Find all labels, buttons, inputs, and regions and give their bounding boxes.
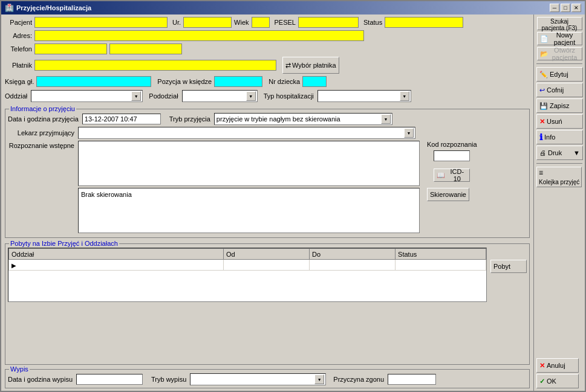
druk-arrow: ▼ bbox=[573, 149, 580, 156]
lekarz-label: Lekarz przyjmujący bbox=[8, 129, 74, 137]
przyczyna-label: Przyczyna zgonu bbox=[333, 376, 384, 383]
close-button[interactable]: ✕ bbox=[571, 4, 581, 12]
wypis-section: Wypis Data i godzina wypisu Tryb wypisu … bbox=[5, 369, 530, 388]
rozp-row: Rozpoznanie wstępne Kod rozpoznania 📖 IC… bbox=[8, 141, 527, 186]
pododzial-dropdown-container[interactable] bbox=[182, 90, 258, 102]
wybor-platnika-button[interactable]: ⇄ Wybór płatnika bbox=[282, 57, 339, 74]
col-status: Status bbox=[396, 249, 486, 260]
kolejka-button[interactable]: ≡ Kolejka przyjęć bbox=[536, 167, 582, 187]
tryb-dropdown-container[interactable]: przyjęcie w trybie nagłym bez skierowani… bbox=[214, 113, 392, 125]
col-oddzial: Oddział bbox=[9, 249, 224, 260]
kod-rozp-section: Kod rozpoznania 📖 ICD-10 bbox=[427, 141, 477, 182]
wybor-platnika-label: Wybór płatnika bbox=[292, 62, 336, 69]
przyczyna-input[interactable] bbox=[388, 374, 436, 385]
szukaj-button[interactable]: Szukaj pacjenta (F3) bbox=[537, 17, 582, 30]
left-panel: Pacjent Ur. Wiek PESEL Status Adres: bbox=[1, 14, 533, 391]
patient-fields: Pacjent Ur. Wiek PESEL Status Adres: bbox=[5, 17, 530, 88]
oddzial-select[interactable] bbox=[31, 90, 143, 102]
skierowanie-text: Brak skierowania bbox=[81, 191, 132, 198]
spacer bbox=[536, 189, 582, 356]
ok-label: OK bbox=[547, 378, 556, 385]
usun-button[interactable]: ✕ Usuń bbox=[536, 114, 583, 129]
info-button[interactable]: ℹ Info bbox=[536, 130, 583, 144]
otwórz-pacjent-button[interactable]: 📂 Otwórz pacjenta bbox=[537, 47, 582, 60]
pododzial-select[interactable] bbox=[182, 90, 258, 102]
rozp-textarea[interactable] bbox=[78, 141, 420, 186]
cofnij-label: Cofnij bbox=[547, 86, 564, 94]
action-buttons: ✏️ Edytuj ↩ Cofnij 💾 Zapisz ✕ Usuń ℹ bbox=[536, 67, 582, 160]
nowy-pacjent-button[interactable]: 📄 Nowy pacjent bbox=[537, 32, 582, 45]
ksiega-input[interactable] bbox=[36, 76, 151, 87]
anuluj-button[interactable]: ✕ Anuluj bbox=[536, 358, 579, 373]
pesel-label: PESEL bbox=[275, 19, 296, 26]
info-icon: ℹ bbox=[539, 132, 542, 142]
adres-label: Adres: bbox=[5, 32, 32, 39]
tryb-wypisu-container[interactable] bbox=[190, 373, 326, 385]
pacjent-label: Pacjent bbox=[5, 19, 32, 26]
restore-button[interactable]: □ bbox=[561, 4, 570, 12]
print-icon: 🖨 bbox=[539, 149, 546, 156]
patient-row1: Pacjent Ur. Wiek PESEL Status bbox=[5, 17, 530, 28]
window-icon: 🏥 bbox=[5, 4, 14, 12]
telefon-input2[interactable] bbox=[109, 43, 182, 54]
pobyt-button[interactable]: Pobyt bbox=[490, 260, 527, 273]
row-status bbox=[396, 260, 486, 271]
delete-icon: ✕ bbox=[539, 118, 545, 126]
ok-button[interactable]: ✓ OK bbox=[536, 374, 579, 388]
kod-rozp-input[interactable] bbox=[434, 150, 470, 161]
typ-hosp-dropdown-container[interactable] bbox=[317, 90, 411, 102]
pacjent-input[interactable] bbox=[34, 17, 168, 28]
skierowanie-button[interactable]: Skierowanie bbox=[427, 188, 469, 201]
status-label: Status bbox=[363, 19, 382, 26]
cancel-icon: ✕ bbox=[539, 362, 545, 370]
wiek-input[interactable] bbox=[252, 17, 270, 28]
data-wypisu-label: Data i godzina wypisu bbox=[8, 376, 73, 383]
open-doc-icon: 📂 bbox=[540, 50, 549, 58]
ksiega-label: Księga gł. bbox=[5, 78, 34, 85]
platnik-input[interactable] bbox=[34, 60, 276, 71]
icd-button[interactable]: 📖 ICD-10 bbox=[434, 169, 470, 182]
typ-hosp-select[interactable] bbox=[317, 90, 411, 102]
kolejka-label: Kolejka przyjęć bbox=[539, 179, 579, 186]
cofnij-button[interactable]: ↩ Cofnij bbox=[536, 83, 583, 97]
ur-input[interactable] bbox=[183, 17, 232, 28]
pobyty-group: Pobyty na Izbie Przyjęć i Oddziałach Odd… bbox=[5, 243, 530, 365]
nr-dziecka-input[interactable] bbox=[302, 76, 327, 87]
usun-label: Usuń bbox=[547, 118, 562, 125]
pozycja-input[interactable] bbox=[214, 76, 262, 87]
zapisz-button[interactable]: 💾 Zapisz bbox=[536, 98, 583, 113]
title-bar: 🏥 Przyjęcie/Hospitalizacja ─ □ ✕ bbox=[1, 1, 585, 14]
edytuj-button[interactable]: ✏️ Edytuj bbox=[536, 67, 583, 82]
druk-button[interactable]: 🖨 Druk ▼ bbox=[536, 146, 583, 160]
col-do: Do bbox=[310, 249, 396, 260]
lekarz-row: Lekarz przyjmujący bbox=[8, 127, 527, 139]
adres-input[interactable] bbox=[34, 30, 364, 41]
tryb-wypisu-select[interactable] bbox=[190, 373, 326, 385]
oddzial-dropdown-container[interactable] bbox=[31, 90, 143, 102]
data-wypisu-input[interactable] bbox=[76, 374, 143, 385]
row-od bbox=[224, 260, 310, 271]
minimize-button[interactable]: ─ bbox=[550, 4, 559, 12]
data-label: Data i godzina przyjęcia bbox=[8, 115, 79, 123]
nowy-label: Nowy pacjent bbox=[550, 31, 579, 46]
table-row[interactable]: ▶ bbox=[9, 260, 486, 271]
pobyty-content: Oddział Od Do Status ▶ bbox=[8, 248, 527, 302]
informacje-group-label: Informacje o przyjęciu bbox=[9, 105, 76, 112]
telefon-row: Telefon bbox=[5, 43, 530, 54]
lekarz-dropdown-container[interactable] bbox=[78, 127, 415, 139]
pododzial-label: Pododział bbox=[149, 92, 178, 100]
data-przyjecia-input[interactable] bbox=[82, 114, 161, 124]
pesel-input[interactable] bbox=[298, 17, 359, 28]
info-label: Info bbox=[544, 133, 555, 141]
edit-icon: ✏️ bbox=[539, 71, 548, 79]
status-input[interactable] bbox=[385, 17, 463, 28]
anuluj-label: Anuluj bbox=[547, 362, 565, 369]
save-icon: 💾 bbox=[539, 102, 548, 110]
tryb-select[interactable]: przyjęcie w trybie nagłym bez skierowani… bbox=[214, 113, 392, 125]
pobyt-label: Pobyt bbox=[493, 263, 510, 270]
telefon-input1[interactable] bbox=[34, 43, 107, 54]
tryb-label: Tryb przyjęcia bbox=[169, 115, 210, 123]
wypis-label: Wypis bbox=[9, 365, 30, 373]
oddzial-row: Oddział Pododział Typ hospitalizacji bbox=[5, 90, 530, 102]
lekarz-select[interactable] bbox=[78, 127, 415, 139]
